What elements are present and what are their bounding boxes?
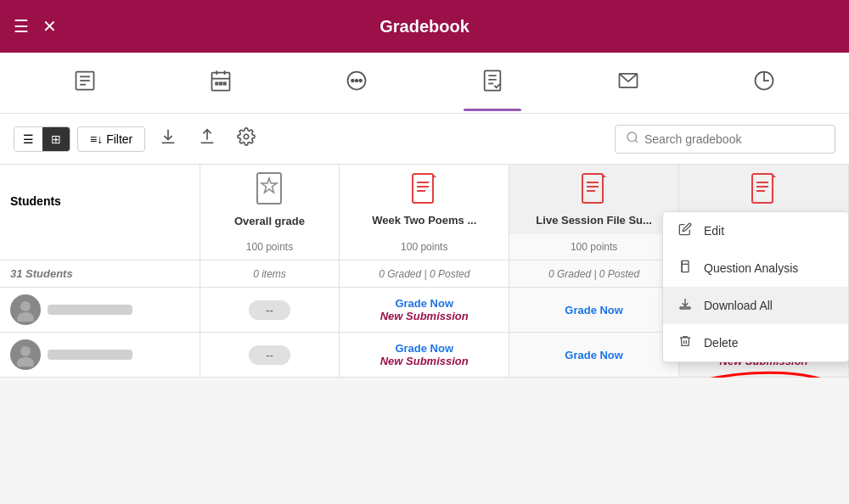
tab-chat[interactable] xyxy=(328,62,385,104)
download-btn[interactable] xyxy=(152,122,184,155)
svg-rect-36 xyxy=(752,174,773,203)
nav-tabs xyxy=(0,53,849,114)
filter-button[interactable]: ≡↓ Filter xyxy=(77,126,145,152)
menu-icon[interactable]: ☰ xyxy=(14,16,29,36)
svg-rect-28 xyxy=(413,174,433,203)
student-count-cell: 31 Students xyxy=(0,260,200,288)
search-icon xyxy=(626,131,639,148)
svg-rect-10 xyxy=(224,82,226,84)
svg-rect-47 xyxy=(680,307,690,309)
dash-pill-2: -- xyxy=(249,345,290,365)
view-toggle[interactable]: ☰ ⊞ xyxy=(14,126,70,152)
week-three-icon xyxy=(689,172,838,210)
delete-label: Delete xyxy=(704,336,738,350)
question-analysis-icon xyxy=(677,260,694,277)
tab-analytics[interactable] xyxy=(735,62,793,104)
calendar-icon xyxy=(209,69,233,98)
col-live-session: Live Session File Su... xyxy=(509,165,679,234)
overall-grade-label: Overall grade xyxy=(211,215,329,227)
grade-now-link-live-1[interactable]: Grade Now xyxy=(520,304,668,316)
edit-icon xyxy=(677,222,694,239)
new-submission-1[interactable]: New Submission xyxy=(350,310,498,322)
svg-rect-32 xyxy=(582,174,603,203)
live-session-icon xyxy=(520,172,668,210)
svg-point-42 xyxy=(20,346,31,356)
grade-now-link-live-2[interactable]: Grade Now xyxy=(520,349,668,361)
student-cell-1 xyxy=(0,288,200,333)
tab-content[interactable] xyxy=(56,62,114,104)
context-menu-edit[interactable]: Edit xyxy=(663,212,848,249)
delete-icon xyxy=(677,334,694,351)
toolbar: ☰ ⊞ ≡↓ Filter xyxy=(0,114,849,165)
filter-label: Filter xyxy=(106,132,132,146)
grade-now-link-2[interactable]: Grade Now xyxy=(350,342,498,355)
students-header: Students xyxy=(10,194,61,208)
svg-point-12 xyxy=(351,79,354,81)
students-points-cell xyxy=(0,234,200,260)
context-menu-download-all[interactable]: Download All xyxy=(663,287,848,324)
student-name-1 xyxy=(48,305,132,315)
svg-point-14 xyxy=(359,79,362,81)
dash-pill-1: -- xyxy=(249,300,290,320)
upload-btn[interactable] xyxy=(191,122,223,155)
svg-point-23 xyxy=(245,134,250,139)
overall-points: 100 points xyxy=(200,234,340,260)
filter-icon: ≡↓ xyxy=(90,132,103,146)
overall-dash-2: -- xyxy=(200,333,340,378)
overall-dash-1: -- xyxy=(200,288,340,333)
week-two-label: Week Two Poems ... xyxy=(350,214,498,227)
week-two-icon xyxy=(350,172,498,210)
table-container: Students Overall grade Week Two Poems ..… xyxy=(0,165,849,378)
svg-rect-4 xyxy=(212,72,230,90)
svg-point-24 xyxy=(627,132,637,142)
context-menu-question-analysis[interactable]: Question Analysis xyxy=(663,249,848,287)
avatar-1 xyxy=(10,294,41,325)
tab-calendar[interactable] xyxy=(192,62,250,104)
overall-items: 0 items xyxy=(200,260,340,288)
search-input[interactable] xyxy=(644,132,824,146)
overall-grade-icon xyxy=(211,171,329,211)
grid-view-btn[interactable]: ⊞ xyxy=(42,127,70,151)
live-session-grade-2: Grade Now xyxy=(509,333,679,378)
question-analysis-label: Question Analysis xyxy=(704,261,798,275)
chat-icon xyxy=(345,69,368,98)
tab-gradebook[interactable] xyxy=(464,62,521,104)
new-submission-2[interactable]: New Submission xyxy=(350,355,498,367)
week-two-grade-2: Grade Now New Submission xyxy=(340,333,509,378)
week-two-points: 100 points xyxy=(340,234,509,260)
analytics-icon xyxy=(752,69,776,98)
svg-point-13 xyxy=(356,79,358,81)
search-container[interactable] xyxy=(615,125,835,154)
col-students: Students xyxy=(0,165,200,234)
live-session-points: 100 points xyxy=(509,234,679,260)
tab-mail[interactable] xyxy=(599,62,657,104)
page-title: Gradebook xyxy=(380,17,469,36)
download-all-icon xyxy=(677,297,694,314)
student-cell-2 xyxy=(0,333,200,378)
svg-marker-27 xyxy=(261,178,277,193)
live-session-label: Live Session File Su... xyxy=(520,214,668,227)
settings-btn[interactable] xyxy=(230,122,262,155)
live-session-grade-count: 0 Graded | 0 Posted xyxy=(548,268,639,280)
header: ☰ ✕ Gradebook xyxy=(0,0,849,53)
svg-rect-44 xyxy=(682,260,689,272)
close-icon[interactable]: ✕ xyxy=(42,16,57,36)
grade-now-link-1[interactable]: Grade Now xyxy=(350,297,498,310)
week-two-grade-info: 0 Graded | 0 Posted xyxy=(340,260,509,288)
svg-rect-8 xyxy=(216,82,217,84)
context-menu: Edit Question Analysis Download All Dele… xyxy=(662,211,849,362)
week-two-grade-count: 0 Graded | 0 Posted xyxy=(379,268,469,280)
svg-point-41 xyxy=(17,312,34,322)
live-session-grade-1: Grade Now xyxy=(509,288,679,333)
svg-line-25 xyxy=(635,140,638,143)
avatar-2 xyxy=(10,339,41,370)
gradebook-icon xyxy=(481,69,504,98)
live-session-grade-info: 0 Graded | 0 Posted xyxy=(509,260,679,288)
svg-point-43 xyxy=(17,357,34,367)
context-menu-delete[interactable]: Delete xyxy=(663,324,848,361)
svg-rect-15 xyxy=(485,70,501,90)
student-count: 31 Students xyxy=(10,267,73,280)
mail-icon xyxy=(616,69,640,98)
list-view-btn[interactable]: ☰ xyxy=(14,127,42,151)
content-icon xyxy=(73,69,97,98)
